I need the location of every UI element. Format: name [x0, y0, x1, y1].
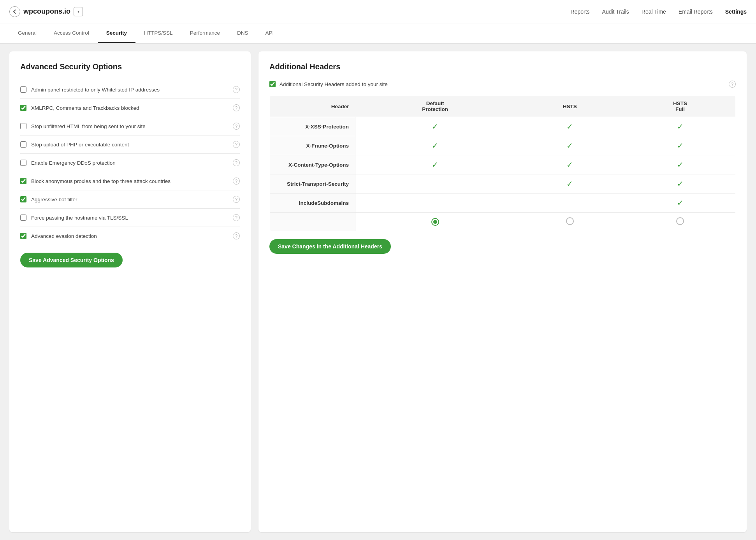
radio-hsts[interactable]: [566, 217, 574, 225]
checkbox-admin-whitelist[interactable]: [20, 86, 26, 93]
save-additional-headers-button[interactable]: Save Changes in the Additional Headers: [269, 239, 391, 254]
help-stop-php-upload[interactable]: ?: [233, 141, 240, 148]
label-stop-php-upload: Stop upload of PHP or executable content: [31, 142, 228, 148]
help-additional-headers[interactable]: ?: [729, 81, 736, 88]
label-block-proxies: Block anonymous proxies and the top thre…: [31, 178, 228, 184]
site-selector-dropdown[interactable]: ▾: [74, 7, 83, 16]
header-name-content-type: X-Content-Type-Options: [270, 155, 355, 174]
checkbox-stop-html[interactable]: [20, 123, 26, 129]
radio-hsts-cell[interactable]: [515, 213, 625, 231]
tab-access-control[interactable]: Access Control: [45, 24, 98, 43]
col-hsts: HSTS: [515, 96, 625, 117]
check-icon: ✓: [566, 141, 573, 150]
advanced-security-panel: Advanced Security Options Admin panel re…: [9, 51, 251, 532]
cell-content-type-hsts-full: ✓: [625, 155, 736, 174]
tabs-bar: General Access Control Security HTTPS/SS…: [0, 23, 756, 44]
check-icon: ✓: [677, 122, 684, 131]
help-bot-filter[interactable]: ?: [233, 196, 240, 203]
tab-https-ssl[interactable]: HTTPS/SSL: [135, 24, 181, 43]
checkbox-evasion-detection[interactable]: [20, 233, 26, 239]
label-force-tls: Force passing the hostname via TLS/SSL: [31, 215, 228, 221]
tab-security[interactable]: Security: [98, 24, 135, 43]
check-icon: ✓: [432, 160, 438, 169]
radio-hsts-full-cell[interactable]: [625, 213, 736, 231]
logo-text: wpcoupons.io: [23, 7, 70, 16]
table-row-xss: X-XSS-Protection ✓ ✓ ✓: [270, 117, 736, 136]
help-block-proxies[interactable]: ?: [233, 178, 240, 185]
back-button[interactable]: [9, 6, 20, 17]
col-default: DefaultProtection: [355, 96, 515, 117]
help-admin-whitelist[interactable]: ?: [233, 86, 240, 93]
help-emergency-ddos[interactable]: ?: [233, 159, 240, 166]
checkbox-block-proxies[interactable]: [20, 178, 26, 184]
col-header: Header: [270, 96, 355, 117]
header-name-strict-transport: Strict-Transport-Security: [270, 174, 355, 193]
header-name-xss: X-XSS-Protection: [270, 117, 355, 136]
radio-default-cell[interactable]: [355, 213, 515, 231]
tab-dns[interactable]: DNS: [229, 24, 257, 43]
save-advanced-security-button[interactable]: Save Advanced Security Options: [20, 253, 123, 267]
cell-strict-transport-hsts: ✓: [515, 174, 625, 193]
label-stop-html: Stop unfiltered HTML from being sent to …: [31, 123, 228, 129]
tab-general[interactable]: General: [9, 24, 45, 43]
cell-frame-default: ✓: [355, 136, 515, 155]
option-bot-filter: Aggressive bot filter ?: [20, 190, 240, 209]
checkbox-stop-php-upload[interactable]: [20, 141, 26, 148]
nav-links: Reports Audit Trails Real Time Email Rep…: [571, 7, 747, 16]
option-emergency-ddos: Enable Emergency DDoS protection ?: [20, 154, 240, 172]
nav-settings[interactable]: Settings: [725, 7, 747, 16]
help-evasion-detection[interactable]: ?: [233, 232, 240, 239]
option-xmlrpc: XMLRPC, Comments and Trackbacks blocked …: [20, 99, 240, 117]
table-row-radio: [270, 213, 736, 231]
additional-headers-title: Additional Headers: [269, 62, 736, 71]
cell-include-subdomains-hsts-full: ✓: [625, 193, 736, 213]
check-icon: ✓: [432, 122, 438, 131]
cell-strict-transport-hsts-full: ✓: [625, 174, 736, 193]
check-icon: ✓: [432, 141, 438, 150]
radio-hsts-full[interactable]: [676, 217, 684, 225]
cell-frame-hsts: ✓: [515, 136, 625, 155]
option-block-proxies: Block anonymous proxies and the top thre…: [20, 172, 240, 190]
option-force-tls: Force passing the hostname via TLS/SSL ?: [20, 209, 240, 227]
radio-default-selected[interactable]: [431, 218, 439, 226]
table-row-include-subdomains: includeSubdomains ✓: [270, 193, 736, 213]
additional-headers-panel: Additional Headers Additional Security H…: [258, 51, 747, 532]
checkbox-bot-filter[interactable]: [20, 196, 26, 202]
check-icon: ✓: [677, 199, 684, 207]
tab-api[interactable]: API: [257, 24, 282, 43]
checkbox-additional-headers[interactable]: [269, 81, 276, 87]
table-row-frame: X-Frame-Options ✓ ✓ ✓: [270, 136, 736, 155]
help-force-tls[interactable]: ?: [233, 214, 240, 221]
cell-xss-default: ✓: [355, 117, 515, 136]
label-evasion-detection: Advanced evasion detection: [31, 233, 228, 239]
checkbox-force-tls[interactable]: [20, 215, 26, 221]
check-icon: ✓: [677, 179, 684, 188]
label-bot-filter: Aggressive bot filter: [31, 197, 228, 202]
checkbox-emergency-ddos[interactable]: [20, 160, 26, 166]
check-icon: ✓: [566, 160, 573, 169]
advanced-security-title: Advanced Security Options: [20, 62, 240, 71]
option-stop-html: Stop unfiltered HTML from being sent to …: [20, 117, 240, 135]
check-icon: ✓: [677, 160, 684, 169]
nav-audit-trails[interactable]: Audit Trails: [602, 7, 629, 16]
main-content: Advanced Security Options Admin panel re…: [0, 44, 756, 540]
table-row-content-type: X-Content-Type-Options ✓ ✓ ✓: [270, 155, 736, 174]
cell-include-subdomains-hsts: [515, 193, 625, 213]
check-icon: ✓: [566, 179, 573, 188]
option-stop-php-upload: Stop upload of PHP or executable content…: [20, 135, 240, 154]
nav-real-time[interactable]: Real Time: [642, 7, 666, 16]
cell-xss-hsts: ✓: [515, 117, 625, 136]
nav-reports[interactable]: Reports: [571, 7, 590, 16]
help-xmlrpc[interactable]: ?: [233, 104, 240, 111]
cell-content-type-default: ✓: [355, 155, 515, 174]
nav-email-reports[interactable]: Email Reports: [679, 7, 713, 16]
cell-strict-transport-default: [355, 174, 515, 193]
help-stop-html[interactable]: ?: [233, 123, 240, 130]
checkbox-xmlrpc[interactable]: [20, 105, 26, 111]
label-admin-whitelist: Admin panel restricted to only Whitelist…: [31, 87, 228, 93]
tab-performance[interactable]: Performance: [181, 24, 229, 43]
header-name-frame: X-Frame-Options: [270, 136, 355, 155]
cell-frame-hsts-full: ✓: [625, 136, 736, 155]
cell-content-type-hsts: ✓: [515, 155, 625, 174]
label-emergency-ddos: Enable Emergency DDoS protection: [31, 160, 228, 166]
